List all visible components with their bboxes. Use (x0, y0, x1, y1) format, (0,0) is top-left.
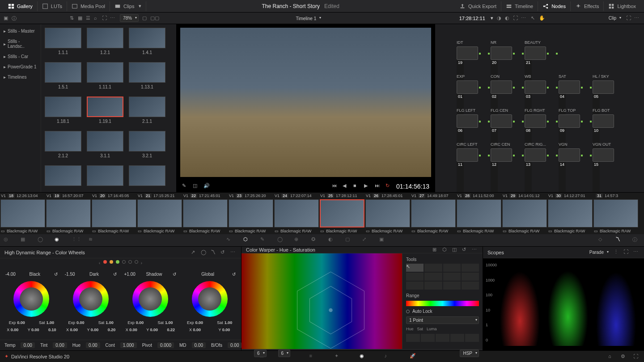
3d-icon[interactable]: ▣ (379, 236, 387, 244)
warper-icon[interactable]: ⬡ (243, 236, 251, 244)
stills-album-item[interactable]: ▸Stills - Car (0, 51, 41, 62)
wheel[interactable] (13, 281, 49, 317)
timeline-clip[interactable]: V12714:49:18:07▭Blackmagic RAW (411, 193, 456, 234)
timeline-clip[interactable]: V12217:21:45:01▭Blackmagic RAW (182, 193, 228, 234)
lightbox-button[interactable]: Lightbox (604, 1, 640, 11)
pivot-value[interactable]: 0.000 (157, 342, 174, 348)
tool8[interactable] (462, 273, 479, 281)
bofs-value[interactable]: 0.00 (228, 342, 242, 348)
quickexport-button[interactable]: Quick Export (455, 1, 501, 11)
still-thumbnail[interactable]: 1.13.1 (129, 62, 165, 89)
still-thumbnail[interactable] (87, 165, 123, 186)
color-node[interactable] (491, 46, 512, 60)
wheel[interactable] (132, 281, 168, 317)
reset-wheel-icon[interactable]: ↺ (54, 272, 58, 277)
window-icon[interactable]: ◯ (277, 236, 285, 244)
color-node[interactable] (593, 80, 614, 94)
hand-icon[interactable]: ✋ (539, 15, 545, 21)
warper-reset-icon[interactable]: ↺ (462, 247, 468, 253)
hdr-graph-icon[interactable]: 〽 (211, 249, 217, 256)
warper-hex-icon[interactable]: ⬡ (442, 247, 449, 253)
color-warper-mesh[interactable] (242, 253, 402, 349)
reset-wheel-icon[interactable]: ↺ (173, 272, 176, 277)
search-icon[interactable]: ⌕ (94, 15, 100, 21)
color-match-icon[interactable]: ▦ (21, 236, 29, 244)
still-thumbnail[interactable] (45, 165, 81, 186)
color-node[interactable] (457, 148, 478, 162)
node-expand-icon[interactable]: ⛶ (626, 15, 632, 21)
stills-album-item[interactable]: ▸Timelines (0, 72, 41, 82)
key-icon[interactable]: ▢ (345, 236, 353, 244)
md-value[interactable]: 0.00 (192, 342, 206, 348)
color-node[interactable] (525, 148, 546, 162)
wheel[interactable] (73, 281, 109, 317)
warper-more-icon[interactable]: ⋯ (472, 247, 478, 253)
list-view-icon[interactable]: ☰ (86, 15, 92, 21)
color-node[interactable] (559, 148, 580, 162)
gallery-tab[interactable]: Gallery (4, 1, 38, 11)
color-node[interactable] (525, 114, 546, 128)
viewer-single-icon[interactable]: ▢ (142, 15, 148, 21)
fullscreen-icon[interactable]: ⛶ (633, 354, 640, 360)
still-thumbnail[interactable]: 1.4.1 (129, 28, 165, 55)
scopes-expand-icon[interactable]: ⛶ (623, 249, 630, 255)
bypass-icon[interactable]: ◑ (497, 15, 503, 21)
still-thumbnail[interactable] (129, 165, 165, 186)
still-thumbnail[interactable]: 1.5.1 (45, 62, 81, 89)
nodes-button[interactable]: Nodes (538, 1, 571, 11)
grid-view-icon[interactable]: ▦ (78, 15, 84, 21)
tool10[interactable] (424, 282, 442, 290)
qualifier-icon[interactable]: ✎ (260, 236, 268, 244)
color-node[interactable] (525, 46, 546, 60)
color-node[interactable] (559, 114, 580, 128)
color-node[interactable] (491, 148, 512, 162)
zoom-dropdown[interactable]: 78% (120, 14, 139, 22)
timeline-clip[interactable]: V12914:14:01:12▭Blackmagic RAW (502, 193, 547, 234)
timeline-clip[interactable]: V12517:28:12:11▭Blackmagic RAW (319, 193, 365, 234)
stills-album-item[interactable]: ▸PowerGrade 1 (0, 62, 41, 72)
magic-mask-icon[interactable]: ✪ (311, 236, 319, 244)
pull-tool[interactable] (462, 264, 479, 272)
stop-icon[interactable]: ■ (353, 183, 360, 190)
timeline-clip[interactable]: V11916:57:20:07▭Blackmagic RAW (46, 193, 91, 234)
timeline-clip[interactable]: V12017:16:45:05▭Blackmagic RAW (91, 193, 137, 234)
reset-wheel-icon[interactable]: ↺ (113, 272, 117, 277)
range-gradient[interactable] (406, 301, 479, 306)
luts-tab[interactable]: LUTs (38, 1, 67, 11)
temp-value[interactable]: 0.00 (21, 342, 34, 348)
timeline-clip[interactable]: V12617:28:45:01▭Blackmagic RAW (365, 193, 411, 234)
color-node[interactable] (491, 114, 512, 128)
still-thumbnail[interactable]: 3.2.1 (129, 131, 165, 158)
tint-value[interactable]: 0.00 (53, 342, 67, 348)
rgb-mixer-icon[interactable]: ⋮⋮ (72, 236, 80, 244)
smooth2[interactable] (421, 334, 435, 342)
timeline-button[interactable]: Timeline (501, 1, 538, 11)
timeline-clip[interactable]: V11812:26:13:04▭Blackmagic RAW (0, 193, 46, 234)
node-graph[interactable]: IDT19NR20BEAUTY21EXP01CON02WB03SAT04HL /… (435, 24, 644, 192)
timeline-clip[interactable]: V12417:22:07:14▭Blackmagic RAW (274, 193, 319, 234)
viewer-dual-icon[interactable]: ▢▢ (150, 15, 157, 21)
color-node[interactable] (593, 114, 614, 128)
color-node[interactable] (457, 114, 478, 128)
timeline-clip[interactable]: V12814:11:52:00▭Blackmagic RAW (456, 193, 502, 234)
clip-mode-dropdown[interactable]: Clip (606, 15, 623, 21)
wipe-icon[interactable]: ◐ (505, 15, 511, 21)
hue-value[interactable]: 0.00 (86, 342, 100, 348)
smooth3[interactable] (436, 334, 449, 342)
color-node[interactable] (457, 46, 478, 60)
timeline-dropdown[interactable]: Timeline 1 (293, 15, 322, 22)
tool7[interactable] (443, 273, 461, 281)
color-node[interactable] (593, 148, 614, 162)
wheel[interactable] (192, 281, 228, 317)
wheels-icon[interactable]: ◯ (38, 236, 46, 244)
tool12[interactable] (462, 282, 479, 290)
sort-icon[interactable]: ⇅ (70, 15, 76, 21)
motion-icon[interactable]: ≋ (89, 236, 97, 244)
scopes-icon[interactable]: 〽 (615, 236, 623, 244)
scopes-settings-icon[interactable]: ⋮ (614, 249, 620, 255)
still-thumbnail[interactable]: 1.1.1 (45, 28, 81, 55)
warper-split-icon[interactable]: ◫ (452, 247, 458, 253)
still-thumbnail[interactable]: 2.1.2 (45, 131, 81, 158)
project-settings-icon[interactable]: ⚙ (621, 354, 627, 360)
still-thumbnail[interactable]: 2.1.1 (129, 97, 165, 124)
